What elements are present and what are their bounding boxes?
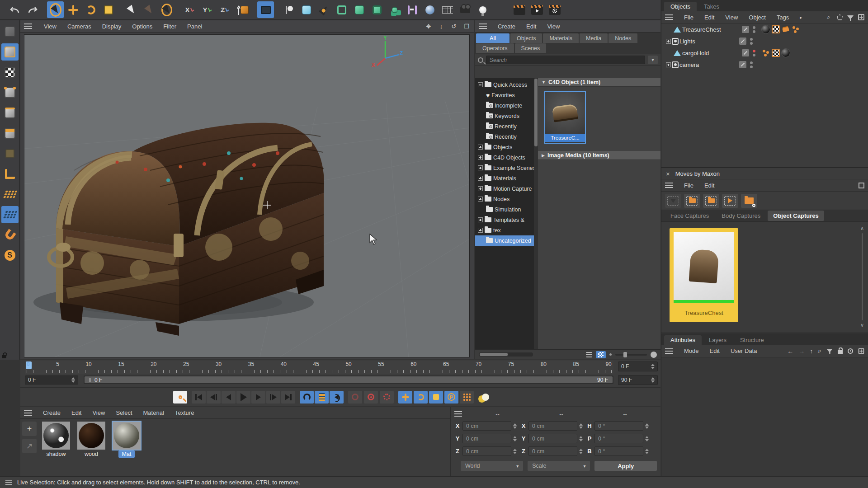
tree-item-motion-capture[interactable]: Motion Capture — [475, 183, 534, 194]
end-frame-field[interactable]: 90 F — [618, 375, 658, 385]
expand-icon[interactable] — [478, 186, 483, 191]
expand-icon[interactable] — [478, 228, 483, 233]
generators-menu[interactable] — [351, 1, 368, 18]
asset-menu-edit[interactable]: Edit — [521, 23, 542, 30]
timeline-ruler[interactable]: 051015202530354045505560657075808590 — [25, 361, 613, 374]
tab-structure[interactable]: Structure — [734, 335, 770, 345]
render-picture-viewer-button[interactable] — [528, 1, 545, 18]
tree-item-recently-2[interactable]: Recently — [475, 131, 534, 142]
visibility-dots[interactable] — [753, 50, 755, 56]
attr-menu-icon[interactable] — [665, 348, 673, 354]
tab-materials[interactable]: Materials — [543, 33, 579, 43]
attr-menu-mode[interactable]: Mode — [679, 347, 704, 354]
texture-tag-icon[interactable] — [762, 25, 770, 33]
pan-view-icon[interactable]: ✥ — [425, 23, 433, 30]
tab-nodes[interactable]: Nodes — [609, 33, 637, 43]
maximize-view-icon[interactable]: ❐ — [462, 23, 471, 30]
mat-menu-edit[interactable]: Edit — [66, 409, 87, 416]
previous-key-button[interactable] — [207, 391, 221, 404]
add-material-button[interactable]: + — [22, 422, 37, 436]
model-mode-button[interactable] — [1, 43, 19, 61]
last-tool-disabled[interactable] — [141, 1, 157, 18]
sound-toggle-button[interactable] — [330, 391, 344, 404]
tree-item-favorites[interactable]: ♥Favorites — [475, 90, 534, 100]
attr-add-icon[interactable] — [859, 348, 864, 354]
edit-toggle-icon[interactable] — [742, 26, 749, 33]
viewport-canvas[interactable]: Y Z X — [24, 34, 470, 357]
symmetry-menu[interactable] — [404, 1, 420, 18]
frame-stepper[interactable] — [651, 364, 655, 369]
position-x-field[interactable]: 0 cm — [462, 421, 511, 431]
texture-mode-button[interactable] — [1, 64, 19, 81]
tab-media[interactable]: Media — [580, 33, 608, 43]
om-menu-object[interactable]: Object — [743, 14, 771, 21]
autokey-button[interactable] — [364, 391, 378, 404]
pen-spline-menu[interactable] — [316, 1, 332, 18]
capture-treasurechest[interactable]: TreasureChest — [670, 228, 738, 322]
open-capture-button[interactable] — [684, 194, 700, 208]
mat-menu-view[interactable]: View — [87, 409, 110, 416]
phong-tag-icon[interactable] — [772, 49, 780, 57]
section-image-media[interactable]: ▶Image Media (10 Items) — [538, 151, 660, 160]
undo-button[interactable] — [6, 1, 23, 18]
om-menu-edit[interactable]: Edit — [699, 14, 720, 21]
tab-all[interactable]: All — [476, 33, 509, 43]
mat-menu-create[interactable]: Create — [38, 409, 66, 416]
export-capture-button[interactable] — [703, 194, 719, 208]
tab-face-captures[interactable]: Face Captures — [665, 211, 714, 221]
history-back-icon[interactable]: ← — [787, 347, 793, 355]
z-axis-lock[interactable]: Z — [217, 1, 233, 18]
orbit-view-icon[interactable]: ↺ — [450, 23, 458, 30]
space-dropdown[interactable]: World▾ — [461, 461, 523, 471]
play-capture-button[interactable] — [722, 194, 738, 208]
primitive-cube-menu[interactable] — [298, 1, 315, 18]
loop-mode-button[interactable] — [300, 391, 314, 404]
spline-pen-tool[interactable] — [280, 1, 297, 18]
stepper[interactable] — [513, 423, 519, 429]
moves-menu-edit[interactable]: Edit — [699, 182, 720, 189]
status-menu-icon[interactable] — [5, 480, 12, 485]
material-shadow[interactable]: shadow — [40, 422, 72, 458]
expand-icon[interactable] — [478, 217, 483, 222]
range-grip-icon[interactable] — [89, 378, 91, 382]
stepper[interactable] — [579, 436, 585, 441]
record-keyframe-button[interactable] — [173, 391, 187, 404]
tree-scrollbar[interactable] — [534, 78, 538, 349]
object-row-lights[interactable]: Lights — [661, 35, 868, 47]
selection-ring-tool[interactable] — [158, 1, 175, 18]
stepper[interactable] — [645, 423, 651, 429]
y-axis-lock[interactable]: Y — [199, 1, 216, 18]
move-tool[interactable] — [65, 1, 81, 18]
om-search-icon[interactable]: ⌕ — [825, 14, 832, 21]
next-frame-button[interactable] — [251, 391, 265, 404]
frame-stepper[interactable] — [651, 377, 655, 383]
next-key-button[interactable] — [266, 391, 280, 404]
viewport-menu-icon[interactable] — [24, 23, 32, 29]
volumes-menu[interactable] — [368, 1, 385, 18]
point-selection-tag-icon[interactable] — [762, 49, 770, 57]
rotation-p-field[interactable]: 0 ° — [594, 434, 643, 443]
asset-treasurechest[interactable]: TreasureC... — [544, 91, 586, 144]
floor-menu[interactable] — [439, 1, 456, 18]
make-editable-button[interactable] — [1, 23, 19, 40]
size-x-field[interactable]: 0 cm — [528, 421, 577, 431]
expand-icon[interactable] — [478, 165, 483, 170]
current-frame-field[interactable]: 0 F — [618, 361, 658, 371]
scale-tool[interactable] — [100, 1, 117, 18]
previous-frame-button[interactable] — [222, 391, 236, 404]
key-pla-toggle[interactable] — [460, 391, 474, 404]
tree-item-objects[interactable]: Objects — [475, 142, 534, 152]
preview-range-bar[interactable]: 0 F90 F — [84, 375, 613, 384]
tree-item-incomplete[interactable]: Incomplete — [475, 100, 534, 111]
spinner-arrows[interactable] — [71, 377, 75, 383]
object-row-treasurechest[interactable]: TreasureChest — [661, 23, 868, 35]
frame-spinner-field[interactable]: 0 F — [25, 375, 78, 385]
attr-menu-user-data[interactable]: User Data — [725, 347, 763, 354]
object-row-camera[interactable]: camera — [661, 59, 868, 70]
mat-menu-material[interactable]: Material — [138, 409, 170, 416]
dolly-view-icon[interactable]: ↕ — [437, 23, 445, 30]
stepper[interactable] — [645, 436, 651, 441]
horizontal-scrollbar[interactable] — [479, 352, 533, 357]
key-scale-toggle[interactable] — [429, 391, 443, 404]
x-axis-lock[interactable]: X — [181, 1, 198, 18]
